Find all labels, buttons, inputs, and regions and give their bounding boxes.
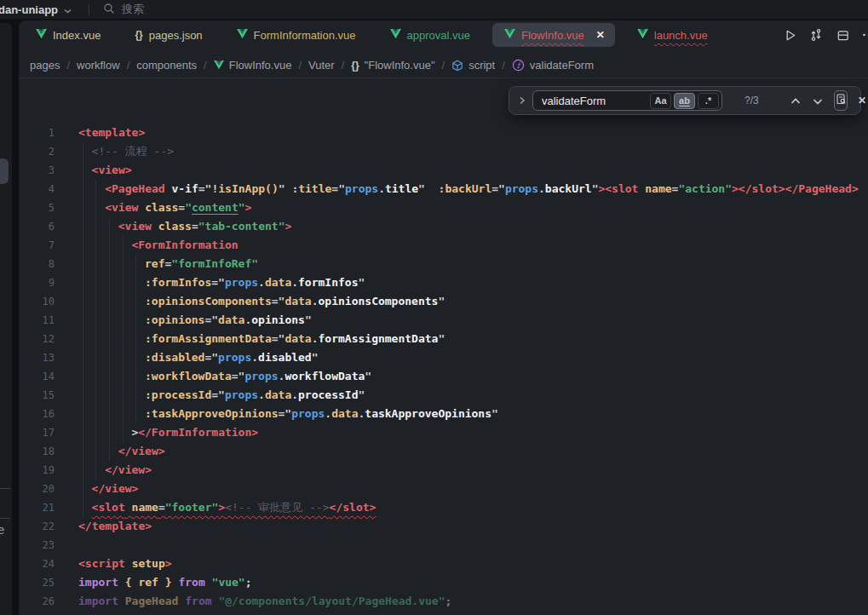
- code-line[interactable]: 6<view class="tab-content">: [19, 217, 868, 236]
- code-token: =": [198, 182, 212, 195]
- tab-pages-json[interactable]: {}pages.json: [118, 20, 219, 49]
- tab-close-icon[interactable]: ✕: [596, 29, 605, 41]
- line-number: 23: [19, 536, 55, 555]
- svg-text:f: f: [517, 61, 522, 70]
- more-icon[interactable]: [861, 27, 868, 43]
- code-line[interactable]: 14:workflowData="props.workflowData": [19, 367, 868, 386]
- code-line[interactable]: 26import PageHead from "@/components/lay…: [19, 592, 868, 611]
- code-token: opinions: [251, 313, 305, 326]
- code-line[interactable]: 17></FormInformation>: [19, 423, 868, 442]
- code-line[interactable]: 11:opinions="data.opinions": [19, 311, 868, 330]
- tab-approval-vue[interactable]: approval.vue: [373, 20, 487, 49]
- breadcrumb-item[interactable]: Vuter: [308, 59, 335, 72]
- breadcrumb-item[interactable]: script: [451, 59, 495, 72]
- expand-replace-chevron-icon[interactable]: [519, 96, 526, 105]
- code-line[interactable]: 2<!-- 流程 -->: [19, 142, 868, 161]
- code-token: :workflowData: [145, 370, 232, 382]
- global-search-label: 搜索: [122, 2, 144, 17]
- close-icon[interactable]: ✕: [858, 95, 866, 106]
- code-line[interactable]: 19</view>: [19, 461, 868, 480]
- code-token: class: [145, 201, 178, 214]
- breadcrumb-label: workflow: [77, 59, 120, 72]
- breadcrumb-item[interactable]: components: [136, 59, 197, 72]
- code-line[interactable]: 20</view>: [19, 480, 868, 498]
- find-in-selection-button[interactable]: [834, 90, 848, 111]
- search-icon: [103, 3, 115, 17]
- code-line-content: :opinionsComponents="data.opinionsCompon…: [78, 292, 865, 311]
- line-number: 5: [19, 198, 55, 217]
- breadcrumb-item[interactable]: fvalidateForm: [512, 59, 594, 72]
- code-line[interactable]: 3<view>: [19, 161, 868, 180]
- breadcrumb: pages/workflow/components/FlowInfo.vue/V…: [19, 53, 868, 78]
- breadcrumb-label: FlowInfo.vue: [229, 59, 292, 72]
- code-token: from: [185, 595, 211, 607]
- line-number: 18: [19, 442, 55, 461]
- vue-icon: [36, 29, 47, 42]
- line-number: 6: [19, 217, 55, 236]
- tab-index-vue[interactable]: Index.vue: [19, 20, 118, 49]
- line-number: 2: [19, 142, 55, 161]
- code-editor[interactable]: 1<template>2<!-- 流程 -->3<view>4<PageHead…: [19, 78, 868, 615]
- code-line[interactable]: 13:disabled="props.disabled": [19, 348, 868, 367]
- code-token: :backUrl: [439, 182, 492, 195]
- code-line[interactable]: 16:taskApproveOpinions="props.data.taskA…: [19, 405, 868, 423]
- code-token: :disabled: [145, 351, 204, 364]
- code-line[interactable]: 25import { ref } from "vue";: [19, 573, 868, 592]
- global-search-button[interactable]: 搜索: [103, 2, 144, 17]
- code-token: .: [378, 182, 385, 195]
- code-line[interactable]: 5<view class="content">: [19, 198, 868, 217]
- match-case-button[interactable]: Aa: [650, 93, 671, 109]
- code-line[interactable]: 12:formAssignmentData="data.formAssignme…: [19, 330, 868, 348]
- breadcrumb-item[interactable]: {}"FlowInfo.vue": [351, 59, 434, 72]
- breadcrumb-item[interactable]: workflow: [77, 59, 120, 72]
- split-icon[interactable]: [835, 27, 850, 43]
- whole-words-button[interactable]: ab: [674, 93, 695, 109]
- breadcrumb-item[interactable]: FlowInfo.vue: [214, 59, 292, 72]
- breadcrumb-item[interactable]: pages: [30, 59, 60, 72]
- sync-icon[interactable]: [808, 27, 824, 43]
- code-token: <PageHead: [105, 182, 164, 195]
- project-switcher[interactable]: dan-uniapp: [0, 3, 72, 16]
- run-icon[interactable]: [782, 27, 797, 43]
- code-token: =: [158, 501, 165, 514]
- tab-flowinfo-vue[interactable]: FlowInfo.vue✕: [492, 23, 615, 47]
- code-token: </view>: [118, 445, 165, 457]
- tab-forminformation-vue[interactable]: FormInformation.vue: [220, 20, 373, 49]
- code-line[interactable]: 9:formInfos="props.data.formInfos": [19, 273, 868, 292]
- code-line[interactable]: 21<slot name="footer"><!-- 审批意见 --></slo…: [19, 498, 868, 517]
- previous-match-icon[interactable]: [790, 93, 801, 108]
- code-token: =": [272, 332, 285, 345]
- code-line[interactable]: 18</view>: [19, 442, 868, 461]
- code-token: =": [204, 351, 218, 364]
- code-line-content: import { ref } from "vue";: [78, 573, 865, 592]
- tab-label: FlowInfo.vue: [521, 29, 584, 42]
- code-line[interactable]: 7<FormInformation: [19, 236, 868, 255]
- regex-button[interactable]: .*: [698, 93, 719, 109]
- code-line[interactable]: 15:processId="props.data.processId": [19, 386, 868, 405]
- code-token: >: [285, 220, 291, 233]
- code-line[interactable]: 10:opinionsComponents="data.opinionsComp…: [19, 292, 868, 311]
- code-line[interactable]: 1<template>: [19, 124, 868, 142]
- code-line[interactable]: 24<script setup>: [19, 555, 868, 573]
- code-token: =": [331, 182, 345, 195]
- code-token: [125, 557, 132, 570]
- code-token: isInApp(): [218, 182, 278, 195]
- find-input[interactable]: [542, 95, 647, 107]
- editor-actions: [782, 20, 868, 49]
- breadcrumb-separator: /: [442, 59, 445, 72]
- code-token: <view: [105, 201, 138, 214]
- code-line[interactable]: 23: [19, 536, 868, 555]
- code-token: processId: [298, 388, 358, 401]
- code-token: ": [312, 351, 319, 364]
- window-titlebar: dan-uniapp 搜索: [0, 0, 868, 19]
- next-match-icon[interactable]: [813, 93, 823, 108]
- code-line[interactable]: 8ref="formInfoRef": [19, 255, 868, 273]
- tab-bar: Index.vue{}pages.jsonFormInformation.vue…: [19, 20, 868, 49]
- tab-launch-vue[interactable]: launch.vue: [620, 20, 725, 49]
- code-line[interactable]: 4<PageHead v-if="!isInApp()" :title="pro…: [19, 180, 868, 198]
- left-dock-handle[interactable]: [0, 158, 9, 184]
- code-line-content: ref="formInfoRef": [78, 255, 865, 273]
- dock-clipped-text: e: [0, 522, 8, 537]
- code-line[interactable]: 22</template>: [19, 517, 868, 536]
- code-token: [205, 576, 212, 589]
